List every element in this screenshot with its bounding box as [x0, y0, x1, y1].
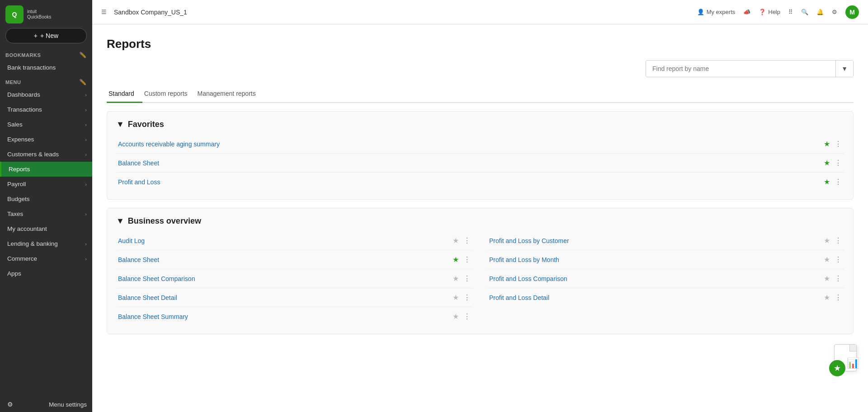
star-icon[interactable]: ★ — [453, 312, 459, 321]
star-icon[interactable]: ★ — [453, 274, 459, 283]
hamburger-menu-button[interactable]: ☰ — [101, 9, 107, 15]
my-experts-button[interactable]: 👤 My experts — [697, 9, 736, 15]
help-button[interactable]: ❓ Help — [759, 9, 780, 15]
business-overview-header[interactable]: ▼ Business overview — [116, 216, 844, 226]
business-report-item[interactable]: Profit and Loss by Customer ★ ⋮ — [487, 231, 844, 250]
more-options-icon[interactable]: ⋮ — [835, 255, 842, 264]
search-input[interactable] — [646, 61, 835, 77]
sidebar-item-taxes[interactable]: Taxes › — [0, 206, 92, 221]
menu-label: MENU — [5, 80, 21, 85]
gear-icon: ⚙ — [832, 9, 837, 15]
sidebar-item-transactions[interactable]: Transactions › — [0, 102, 92, 117]
chevron-icon: › — [85, 241, 87, 247]
sidebar: Q intuit QuickBooks + + New BOOKMARKS ✏️… — [0, 0, 92, 412]
more-options-icon[interactable]: ⋮ — [835, 293, 842, 302]
chevron-icon: › — [85, 107, 87, 112]
sidebar-item-payroll[interactable]: Payroll › — [0, 177, 92, 192]
menu-edit-icon[interactable]: ✏️ — [79, 79, 87, 85]
bookmarks-section-header[interactable]: BOOKMARKS ✏️ — [0, 48, 92, 60]
star-icon[interactable]: ★ — [824, 274, 830, 283]
more-options-icon[interactable]: ⋮ — [835, 236, 842, 245]
report-name: Accounts receivable aging summary — [118, 140, 824, 148]
favorite-report-item[interactable]: Accounts receivable aging summary ★ ⋮ — [116, 135, 844, 154]
search-bar-container: ▼ — [107, 60, 854, 77]
business-report-item[interactable]: Profit and Loss Detail ★ ⋮ — [487, 288, 844, 307]
star-icon[interactable]: ★ — [824, 236, 830, 245]
star-icon[interactable]: ★ — [824, 255, 830, 264]
bookmarks-edit-icon[interactable]: ✏️ — [79, 52, 87, 58]
sidebar-item-expenses[interactable]: Expenses › — [0, 132, 92, 147]
business-overview-section: ▼ Business overview Audit Log ★ ⋮ Balanc… — [107, 208, 854, 334]
topbar-icons: 👤 My experts 📣 ❓ Help ⠿ 🔍 🔔 ⚙ — [697, 5, 859, 19]
sidebar-label-apps: Apps — [7, 270, 21, 277]
report-name: Balance Sheet Detail — [118, 294, 453, 301]
more-options-icon[interactable]: ⋮ — [463, 236, 471, 245]
new-button-label: + New — [40, 32, 58, 39]
more-options-icon[interactable]: ⋮ — [463, 255, 471, 264]
star-icon[interactable]: ★ — [824, 178, 830, 186]
sidebar-label-taxes: Taxes — [7, 211, 23, 217]
business-report-item[interactable]: Audit Log ★ ⋮ — [116, 231, 473, 250]
user-avatar[interactable]: M — [845, 5, 859, 19]
more-options-icon[interactable]: ⋮ — [835, 178, 842, 186]
business-overview-title: Business overview — [128, 216, 201, 226]
more-options-icon[interactable]: ⋮ — [835, 140, 842, 148]
star-icon[interactable]: ★ — [453, 255, 459, 264]
sidebar-label-dashboards: Dashboards — [7, 91, 40, 98]
menu-section-header[interactable]: MENU ✏️ — [0, 75, 92, 87]
bank-transactions-label: Bank transactions — [7, 64, 56, 71]
settings-button[interactable]: ⚙ — [832, 9, 837, 15]
sidebar-item-my-accountant[interactable]: My accountant — [0, 221, 92, 236]
star-icon[interactable]: ★ — [453, 236, 459, 245]
page-title: Reports — [107, 37, 854, 51]
sidebar-item-bank-transactions[interactable]: Bank transactions — [0, 60, 92, 75]
sidebar-item-customers-leads[interactable]: Customers & leads › — [0, 147, 92, 162]
apps-grid-button[interactable]: ⠿ — [788, 9, 793, 15]
tab-custom-reports[interactable]: Custom reports — [142, 85, 196, 103]
more-options-icon[interactable]: ⋮ — [463, 312, 471, 321]
more-options-icon[interactable]: ⋮ — [835, 159, 842, 167]
business-report-item[interactable]: Profit and Loss by Month ★ ⋮ — [487, 250, 844, 269]
search-bar: ▼ — [646, 60, 854, 77]
sidebar-item-commerce[interactable]: Commerce › — [0, 251, 92, 266]
chevron-down-icon: ▼ — [116, 120, 124, 129]
menu-settings-item[interactable]: ⚙ Menu settings — [0, 395, 92, 412]
tab-standard[interactable]: Standard — [107, 85, 142, 103]
star-icon[interactable]: ★ — [824, 293, 830, 302]
sidebar-item-lending-banking[interactable]: Lending & banking › — [0, 236, 92, 251]
sidebar-label-expenses: Expenses — [7, 136, 34, 143]
search-dropdown-button[interactable]: ▼ — [835, 61, 853, 77]
business-report-item[interactable]: Balance Sheet ★ ⋮ — [116, 250, 473, 269]
star-icon[interactable]: ★ — [824, 159, 830, 167]
sidebar-item-apps[interactable]: Apps — [0, 266, 92, 281]
business-report-item[interactable]: Balance Sheet Detail ★ ⋮ — [116, 288, 473, 307]
company-name: Sandbox Company_US_1 — [114, 9, 692, 16]
more-options-icon[interactable]: ⋮ — [463, 293, 471, 302]
more-options-icon[interactable]: ⋮ — [463, 274, 471, 283]
star-icon[interactable]: ★ — [453, 293, 459, 302]
search-button[interactable]: 🔍 — [801, 9, 808, 15]
favorite-report-item[interactable]: Balance Sheet ★ ⋮ — [116, 154, 844, 173]
notifications-button[interactable]: 🔔 — [816, 9, 824, 15]
business-report-item[interactable]: Balance Sheet Comparison ★ ⋮ — [116, 269, 473, 288]
business-report-item[interactable]: Profit and Loss Comparison ★ ⋮ — [487, 269, 844, 288]
report-name: Profit and Loss Comparison — [489, 275, 824, 282]
megaphone-button[interactable]: 📣 — [743, 9, 750, 15]
sidebar-item-sales[interactable]: Sales › — [0, 117, 92, 132]
star-icon[interactable]: ★ — [824, 140, 830, 148]
business-report-item[interactable]: Balance Sheet Summary ★ ⋮ — [116, 307, 473, 326]
favorites-section-header[interactable]: ▼ Favorites — [116, 120, 844, 129]
tab-management-reports[interactable]: Management reports — [196, 85, 264, 103]
sidebar-item-budgets[interactable]: Budgets — [0, 192, 92, 206]
chevron-icon: › — [85, 182, 87, 187]
sidebar-item-dashboards[interactable]: Dashboards › — [0, 87, 92, 102]
sidebar-item-reports[interactable]: Reports — [0, 162, 92, 177]
more-options-icon[interactable]: ⋮ — [835, 274, 842, 283]
menu-settings-label: Menu settings — [49, 401, 87, 408]
help-label: Help — [768, 9, 780, 15]
chevron-icon: › — [85, 211, 87, 217]
new-button[interactable]: + + New — [5, 28, 87, 43]
favorite-report-item[interactable]: Profit and Loss ★ ⋮ — [116, 173, 844, 191]
chevron-icon: › — [85, 256, 87, 262]
sidebar-label-transactions: Transactions — [7, 106, 42, 113]
